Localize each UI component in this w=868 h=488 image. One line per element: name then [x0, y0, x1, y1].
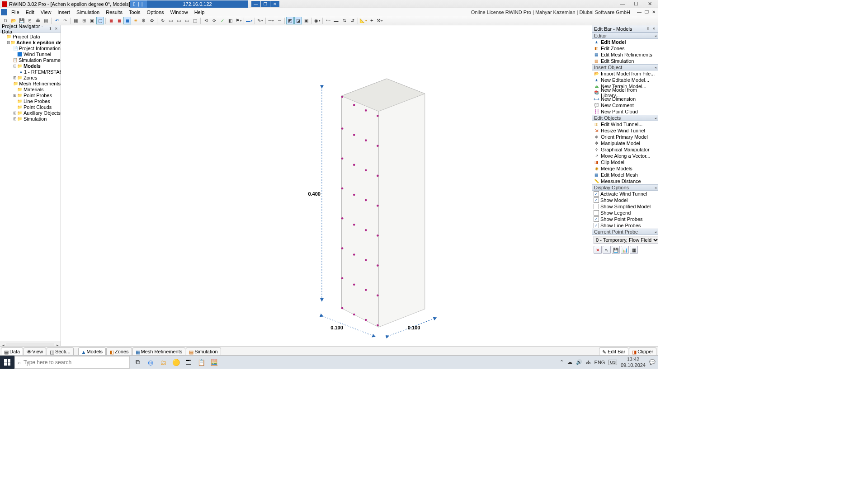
select-icon[interactable]: ▢: [96, 17, 104, 24]
nav-pin-icon[interactable]: ⬍: [47, 26, 53, 31]
probe-chart-button[interactable]: 📊: [621, 246, 629, 254]
tray-notification-icon[interactable]: 💬: [649, 359, 656, 365]
rotate-icon[interactable]: ↻: [159, 17, 166, 24]
mdi-minimize-button[interactable]: —: [251, 1, 260, 7]
section-editobj[interactable]: Edit Objects◂: [592, 115, 658, 121]
task-view-icon[interactable]: ⧉: [132, 357, 143, 368]
probe-pick-button[interactable]: ↖: [603, 246, 611, 254]
checkbox-icon[interactable]: [594, 204, 599, 209]
edit-wind-tunnel[interactable]: ◫Edit Wind Tunnel...: [592, 121, 658, 127]
orient-primary[interactable]: ⊕Orient Primary Model: [592, 134, 658, 140]
right-tab-editbar[interactable]: ✎Edit Bar: [599, 347, 628, 355]
nav-tree[interactable]: 📁Project Data ⊟📁Achen k epsilon degree 📄…: [0, 33, 61, 342]
tray-clock[interactable]: 13:42 09.10.2024: [621, 357, 646, 367]
fit-icon[interactable]: ▭: [183, 17, 191, 24]
right-tab-clipper[interactable]: ◨Clipper: [629, 347, 656, 355]
editbar-close-icon[interactable]: ✕: [651, 26, 656, 31]
wind-icon[interactable]: ◧: [226, 17, 234, 24]
menu-file[interactable]: File: [8, 9, 23, 15]
left-tab-section[interactable]: ◫Secti...: [47, 347, 74, 355]
explorer-icon[interactable]: 🗂: [158, 357, 169, 368]
tree-project[interactable]: ⊟📁Achen k epsilon degree: [0, 39, 61, 45]
disp-opt-1[interactable]: ✓Show Model: [592, 197, 658, 203]
tray-chevron-icon[interactable]: ⌃: [560, 359, 564, 365]
checkbox-icon[interactable]: ✓: [594, 191, 599, 197]
tree-project-info[interactable]: 📄Project Information: [0, 45, 61, 51]
resize-wind-tunnel[interactable]: ⇲Resize Wind Tunnel: [592, 127, 658, 134]
view3-icon[interactable]: ◼: [123, 17, 131, 24]
app-menu-icon[interactable]: [1, 9, 7, 15]
snap-icon[interactable]: ⊞: [80, 17, 88, 24]
ortho-icon[interactable]: ▣: [88, 17, 96, 24]
pencil-icon[interactable]: ✎: [256, 17, 264, 24]
probe-table-button[interactable]: ▦: [630, 246, 638, 254]
checkbox-icon[interactable]: ✓: [594, 197, 599, 203]
checkbox-icon[interactable]: ✓: [594, 216, 599, 222]
center-tab-models[interactable]: ▲Models: [78, 347, 106, 355]
gear-icon[interactable]: ✿: [148, 17, 156, 24]
disp-opt-2[interactable]: Show Simplified Model: [592, 203, 658, 210]
zoom-icon[interactable]: ▭: [175, 17, 183, 24]
menu-options[interactable]: Options: [144, 9, 167, 15]
close-button[interactable]: ✕: [643, 0, 656, 8]
expand-icon[interactable]: ⊞: [13, 111, 17, 115]
section-insert[interactable]: Insert Object◂: [592, 64, 658, 70]
probe-delete-button[interactable]: ✕: [594, 246, 602, 254]
minimize-button[interactable]: —: [616, 0, 629, 8]
menu-window[interactable]: Window: [167, 9, 191, 15]
doc-restore-button[interactable]: ❐: [643, 9, 650, 15]
mdi-close-button[interactable]: ✕: [270, 1, 279, 7]
tray-network-icon[interactable]: 🖧: [586, 360, 591, 365]
menu-simulation[interactable]: Simulation: [73, 9, 103, 15]
disp-opt-3[interactable]: Show Legend: [592, 210, 658, 216]
editbar-pin-icon[interactable]: ⬍: [645, 26, 651, 31]
center-tab-meshref[interactable]: ▦Mesh Refinements: [132, 347, 186, 355]
left-tab-data[interactable]: ▤Data: [1, 347, 23, 355]
edit-model[interactable]: ▲Edit Model: [592, 39, 658, 45]
tree-materials[interactable]: 📁Materials: [0, 86, 61, 92]
tree-sim[interactable]: ⊞📁Simulation: [0, 116, 61, 122]
menu-edit[interactable]: Edit: [23, 9, 38, 15]
reload-icon[interactable]: ⟳: [210, 17, 218, 24]
expand-icon[interactable]: ⊞: [13, 117, 17, 121]
tree-pclouds[interactable]: 📁Point Clouds: [0, 104, 61, 110]
disp-opt-0[interactable]: ✓Activate Wind Tunnel: [592, 191, 658, 197]
tool2-icon[interactable]: ⚒: [376, 17, 383, 24]
manipulate-model[interactable]: ✥Manipulate Model: [592, 140, 658, 146]
iso-icon[interactable]: ◫: [191, 17, 199, 24]
tree-wind-tunnel[interactable]: 🟦Wind Tunnel: [0, 51, 61, 57]
chrome-icon[interactable]: 🟡: [170, 357, 181, 368]
maximize-button[interactable]: ☐: [629, 0, 643, 8]
tree-models[interactable]: ⊟📁Models: [0, 63, 61, 69]
flag-icon[interactable]: ⚑: [235, 17, 242, 24]
misc3-icon[interactable]: ⇅: [340, 17, 348, 24]
menu-tools[interactable]: Tools: [126, 9, 144, 15]
grid-icon[interactable]: ▦: [72, 17, 80, 24]
check-icon[interactable]: ✓: [218, 17, 226, 24]
edit-simulation[interactable]: ▤Edit Simulation: [592, 58, 658, 64]
new-comment[interactable]: 💬New Comment: [592, 102, 658, 108]
line-icon[interactable]: ─: [267, 17, 275, 24]
disp-opt-4[interactable]: ✓Show Point Probes: [592, 216, 658, 222]
app3-icon[interactable]: 🧮: [208, 357, 219, 368]
doc-minimize-button[interactable]: —: [636, 9, 643, 15]
tree-model-1[interactable]: ▲1 - RFEM/RSTAB Mo: [0, 69, 61, 75]
menu-view[interactable]: View: [38, 9, 55, 15]
viewport-3d[interactable]: 0.400 0.100 0.100: [61, 25, 592, 348]
import-model[interactable]: 📂Import Model from File...: [592, 70, 658, 77]
edit-model-mesh[interactable]: ▦Edit Model Mesh: [592, 172, 658, 178]
edge-icon[interactable]: ◎: [145, 357, 156, 368]
new-dimension[interactable]: ⟷New Dimension: [592, 96, 658, 102]
redo-icon[interactable]: ↷: [61, 17, 69, 24]
new-point-cloud[interactable]: ┇┇New Point Cloud: [592, 108, 658, 115]
search-input[interactable]: [24, 359, 127, 366]
move-along-vector[interactable]: ↗Move Along a Vector...: [592, 153, 658, 159]
sel3-icon[interactable]: ▣: [302, 17, 310, 24]
mdi-restore-button[interactable]: ❐: [261, 1, 270, 7]
new-editable-model[interactable]: ▲New Editable Model...: [592, 77, 658, 83]
section-editor[interactable]: Editor◂: [592, 33, 658, 39]
menu-help[interactable]: Help: [191, 9, 208, 15]
sel1-icon[interactable]: ◩: [286, 17, 294, 24]
probe-save-button[interactable]: 💾: [612, 246, 620, 254]
tree-pprobes[interactable]: ⊞📁Point Probes: [0, 92, 61, 98]
